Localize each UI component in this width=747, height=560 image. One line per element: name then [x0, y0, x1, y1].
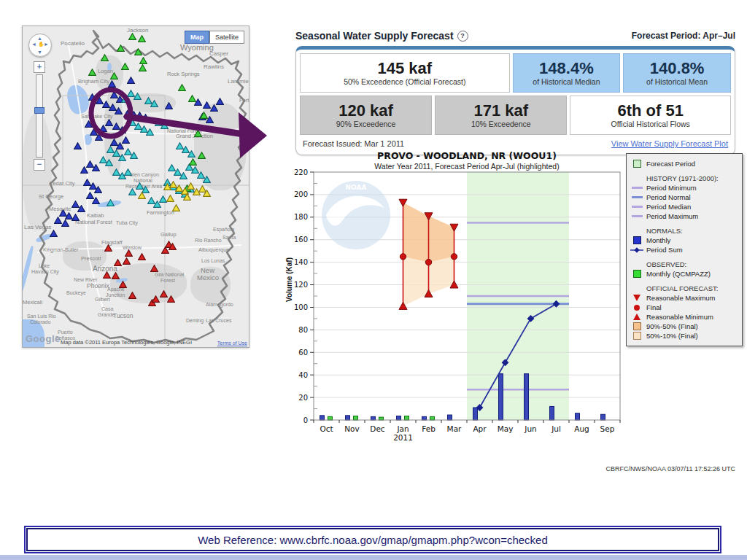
map-station-marker[interactable]: [101, 51, 109, 58]
map-station-marker[interactable]: [125, 246, 133, 254]
pan-up-icon[interactable]: ▲: [37, 36, 42, 41]
help-icon[interactable]: ?: [457, 31, 468, 42]
legend-group-header: HISTORY (1971-2000):: [630, 174, 738, 183]
sq-blue-swatch: [630, 236, 643, 244]
map-station-marker[interactable]: [104, 241, 112, 249]
map-place-label: Kingman-Butler: [43, 247, 78, 252]
web-reference-text: Web Reference: www.cbrfc.noaa.gov/gmap/g…: [26, 528, 719, 551]
historical-rank-label: Official Historical Flows: [611, 120, 690, 128]
chart-legend: Forecast PeriodHISTORY (1971-2000):Perio…: [626, 153, 743, 346]
map-station-marker[interactable]: [77, 202, 85, 209]
official-forecast-label: 50% Exceedence (Official Forecast): [344, 77, 465, 86]
map-station-marker[interactable]: [128, 289, 136, 296]
legend-label: Forecast Period: [646, 159, 695, 168]
map-station-marker[interactable]: [203, 187, 211, 194]
map-place-label: Lake: [39, 263, 50, 268]
pan-left-icon[interactable]: ◄: [31, 42, 36, 47]
historical-rank-cell: 6th of 51 Official Historical Flows: [570, 96, 731, 135]
map-station-marker[interactable]: [71, 211, 80, 218]
map-station-marker[interactable]: [110, 69, 118, 77]
legend-label: 90%-50% (Final): [646, 322, 698, 331]
official-forecast-value: 145 kaf: [377, 60, 432, 77]
map-station-marker[interactable]: [166, 192, 174, 199]
slide-bottom-strip: [0, 555, 747, 560]
pan-down-icon[interactable]: ▼: [37, 50, 42, 55]
sq-lightpeach-swatch: [630, 332, 643, 340]
map-station-marker[interactable]: [183, 190, 191, 198]
legend-item: Reasonable Maximum: [630, 293, 738, 303]
zoom-slider-handle[interactable]: [34, 107, 44, 114]
svg-text:Jul: Jul: [551, 424, 561, 433]
map-place-label: Casa: [101, 306, 113, 311]
map-station-marker[interactable]: [139, 54, 147, 61]
svg-text:Sep: Sep: [600, 424, 615, 433]
zoom-slider-track[interactable]: [36, 74, 43, 158]
map-station-marker[interactable]: [203, 173, 211, 180]
line-blue-swatch: [630, 196, 643, 198]
map-station-marker[interactable]: [167, 292, 175, 300]
map-place-label: Deming: [186, 318, 204, 323]
map-station-marker[interactable]: [119, 278, 127, 285]
map-zoom-control[interactable]: + −: [34, 61, 45, 171]
sq-peach-swatch: [630, 322, 643, 330]
map-station-marker[interactable]: [138, 32, 146, 39]
pan-center-icon[interactable]: ✋: [38, 42, 44, 47]
map-station-marker[interactable]: [92, 194, 100, 201]
basin-map[interactable]: PocatelloJacksonWyomingCasperRawlinsRock…: [22, 26, 249, 348]
map-place-label: Albuquerque: [198, 247, 230, 253]
map-station-marker[interactable]: [150, 262, 158, 269]
view-forecast-plot-link[interactable]: View Water Supply Forecast Plot: [611, 139, 728, 148]
p90-label: 90% Exceedence: [336, 120, 396, 128]
legend-label: Period Median: [646, 202, 691, 211]
svg-text:160: 160: [294, 236, 308, 244]
map-place-label: Gallup: [160, 232, 177, 238]
map-place-label: Rock Springs: [167, 71, 200, 77]
terms-of-use-link[interactable]: Terms of Use: [217, 341, 247, 346]
svg-text:220: 220: [294, 168, 308, 176]
map-station-marker[interactable]: [117, 42, 125, 49]
line-lav-swatch: [630, 215, 643, 217]
legend-label: HISTORY (1971-2000):: [646, 174, 719, 183]
map-station-marker[interactable]: [172, 201, 180, 209]
map-station-marker[interactable]: [114, 256, 122, 263]
map-place-label: Las Vegas: [24, 225, 51, 230]
map-station-marker[interactable]: [128, 30, 136, 37]
map-station-marker[interactable]: [107, 196, 115, 203]
svg-text:140: 140: [294, 258, 308, 266]
map-station-marker[interactable]: [152, 292, 160, 300]
map-place-label: Mexico: [197, 274, 219, 281]
map-station-marker[interactable]: [74, 139, 82, 147]
map-type-button-satellite[interactable]: Satellite: [209, 31, 244, 44]
map-station-marker[interactable]: [50, 227, 58, 234]
tri-down-swatch: [630, 295, 643, 301]
map-station-marker[interactable]: [121, 60, 129, 67]
map-station-marker[interactable]: [124, 166, 132, 173]
annotation-overlay: [82, 79, 279, 166]
map-place-label: Española: [213, 227, 234, 232]
map-station-marker[interactable]: [169, 240, 177, 247]
map-station-marker[interactable]: [128, 185, 136, 192]
map-pan-control[interactable]: ▲ ▼ ◄ ► ✋: [28, 34, 52, 57]
map-station-marker[interactable]: [123, 254, 131, 262]
map-station-marker[interactable]: [94, 183, 102, 190]
pan-right-icon[interactable]: ►: [44, 42, 49, 47]
map-place-label: Glen Canyon: [129, 172, 159, 177]
map-place-label: Alamogordo: [206, 302, 233, 307]
svg-text:Jun: Jun: [524, 424, 536, 433]
map-station-marker[interactable]: [103, 268, 111, 276]
zoom-out-button[interactable]: −: [34, 159, 45, 171]
svg-text:NOAA: NOAA: [346, 184, 367, 191]
map-station-marker[interactable]: [88, 66, 96, 73]
forecast-period-label: Forecast Period: Apr–Jul: [632, 31, 735, 41]
map-station-marker[interactable]: [138, 250, 146, 257]
map-station-marker[interactable]: [138, 189, 146, 196]
map-station-marker[interactable]: [134, 45, 142, 52]
svg-text:120: 120: [294, 281, 308, 289]
map-station-marker[interactable]: [61, 217, 69, 224]
legend-group-header: NORMALS:: [630, 226, 738, 236]
map-place-label: Prescott: [81, 256, 101, 262]
svg-text:2011: 2011: [393, 433, 413, 442]
map-station-marker[interactable]: [112, 269, 120, 276]
map-type-button-map[interactable]: Map: [185, 31, 209, 44]
zoom-in-button[interactable]: +: [34, 61, 45, 73]
